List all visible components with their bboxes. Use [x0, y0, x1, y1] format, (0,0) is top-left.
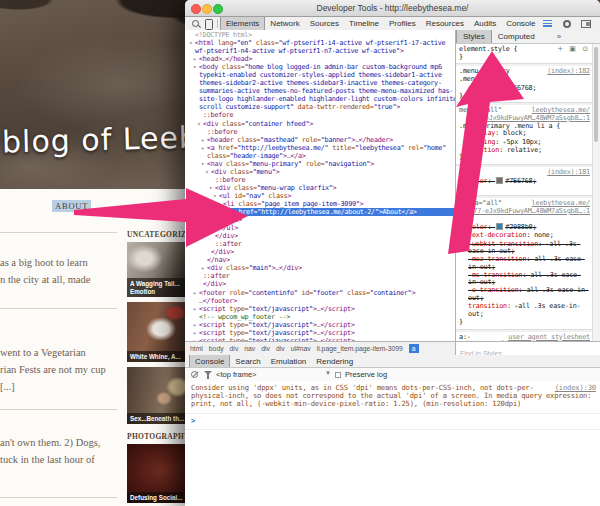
css-property[interactable]: -ms-transition: all .3s ease-in-out;: [459, 272, 590, 287]
tab-network[interactable]: Network: [265, 17, 304, 30]
dom-tree-line[interactable]: ▾<nav class="menu-primary" role="navigat…: [185, 160, 455, 168]
style-rule[interactable]: (index):182.menu-primary.menu li a {colo…: [456, 66, 593, 103]
collapse-arrow-icon[interactable]: ▾: [205, 168, 208, 176]
collapse-arrow-icon[interactable]: ▾: [201, 160, 204, 168]
device-mode-icon[interactable]: [205, 19, 213, 30]
styles-tab-styles[interactable]: Styles: [456, 30, 492, 43]
breadcrumb-item[interactable]: div: [261, 345, 270, 352]
css-property[interactable]: -webkit-transition: ▸all .3s ease-in-out…: [459, 240, 590, 256]
dom-tree-line[interactable]: </div>: [185, 280, 455, 288]
color-swatch[interactable]: [496, 223, 503, 230]
dom-tree-line[interactable]: <!DOCTYPE html>: [185, 31, 455, 39]
style-rule[interactable]: leebythesea.me/media="all"77-eJx9kdFuwyA…: [456, 198, 593, 329]
console-tab-rendering[interactable]: Rendering: [311, 355, 358, 367]
console-tab-console[interactable]: Console: [189, 355, 230, 367]
dom-tree-line[interactable]: site-logo highlander-enabled highlander-…: [185, 95, 455, 103]
expand-arrow-icon[interactable]: ▸: [193, 329, 196, 337]
tab-audits[interactable]: Audits: [469, 17, 501, 30]
color-swatch[interactable]: [496, 84, 503, 91]
dom-tree-line[interactable]: typekit-enabled customizer-styles-applie…: [185, 71, 455, 79]
breadcrumb-item[interactable]: html: [190, 345, 203, 352]
expand-arrow-icon[interactable]: ▸: [201, 144, 204, 152]
expand-arrow-icon[interactable]: ▸: [201, 264, 204, 272]
dom-tree-line[interactable]: </li>: [185, 216, 455, 224]
dom-tree-line[interactable]: summaries-active themes-no-featured-post…: [185, 87, 455, 95]
css-property[interactable]: transition: ▸all .3s ease-in-out;: [459, 302, 590, 318]
breadcrumb-item[interactable]: nav: [244, 345, 255, 352]
dom-tree-line[interactable]: ▸<script type="text/javascript">…</scrip…: [185, 329, 455, 337]
settings-gear-icon[interactable]: [563, 20, 571, 28]
expand-arrow-icon[interactable]: ▸: [193, 305, 196, 313]
color-swatch[interactable]: [496, 177, 503, 184]
dom-tree-line[interactable]: wf-ptserif1-n4-active wf-ptserif1-n7-act…: [185, 47, 455, 55]
breadcrumb-item-selected[interactable]: a: [409, 344, 419, 353]
dom-tree-line[interactable]: ::after: [185, 240, 455, 248]
breadcrumb-item[interactable]: ul#nav: [291, 345, 311, 352]
dom-tree-line[interactable]: scroll customize-support" data-twttr-ren…: [185, 103, 455, 111]
dom-tree-line[interactable]: </nav>: [185, 256, 455, 264]
dom-tree-line[interactable]: ▸<header class="masthead" role="banner">…: [185, 136, 455, 144]
sidebar-post-thumbnail[interactable]: Sex...Beneath th...: [127, 367, 189, 424]
dom-tree-line[interactable]: themes-sidebar2-active themes-sidebar3-i…: [185, 79, 455, 87]
styles-tab-computed[interactable]: Computed: [492, 30, 541, 43]
styles-tabs-overflow-icon[interactable]: »: [551, 30, 567, 43]
nav-link-about[interactable]: ABOUT: [52, 200, 91, 212]
breadcrumb-item[interactable]: div: [230, 345, 239, 352]
dom-tree-line[interactable]: ▸<head>…</head>: [185, 55, 455, 63]
console-prompt[interactable]: >: [185, 414, 600, 430]
dom-tree-selected-node[interactable]: <a href="http://leebythesea.me/about-2/"…: [185, 208, 455, 216]
sidebar-post-thumbnail[interactable]: White Whine, A...: [127, 302, 189, 362]
tab-resources[interactable]: Resources: [421, 17, 469, 30]
tab-profiles[interactable]: Profiles: [384, 17, 421, 30]
sidebar-post-thumbnail[interactable]: A Wagging Tail...Emotion: [127, 242, 189, 297]
tab-timeline[interactable]: Timeline: [344, 17, 384, 30]
css-property[interactable]: color: #7E6768;: [459, 84, 590, 93]
dom-tree-line[interactable]: ▾<html lang="en" class="wf-ptserif1-i4-a…: [185, 39, 455, 47]
dom-tree-line[interactable]: ::after: [185, 272, 455, 280]
dom-tree-line[interactable]: </div>: [185, 248, 455, 256]
css-property[interactable]: color: #7E6768;: [459, 177, 590, 186]
dock-side-icon[interactable]: [581, 20, 591, 28]
sidebar-post-thumbnail[interactable]: Defusing Social...: [127, 444, 189, 503]
dom-tree-line[interactable]: <!-- wpcom_wp_footer -->: [185, 313, 455, 321]
dom-tree-line[interactable]: ▾<div class="menu">: [185, 168, 455, 176]
console-source-link[interactable]: (index):30: [555, 384, 596, 392]
collapse-arrow-icon[interactable]: ▾: [209, 184, 212, 192]
breadcrumb-item[interactable]: body: [209, 345, 224, 352]
tab-console[interactable]: Console: [501, 17, 540, 30]
dom-tree-line[interactable]: ▸<a href="http://leebythesea.me/" title=…: [185, 144, 455, 152]
collapse-arrow-icon[interactable]: ▾: [217, 200, 220, 208]
dom-tree-line[interactable]: ▸<script type="text/javascript">…</scrip…: [185, 321, 455, 329]
breadcrumb-item[interactable]: li.page_item.page-item-3099: [317, 345, 403, 352]
expand-arrow-icon[interactable]: ▸: [193, 289, 196, 297]
collapse-arrow-icon[interactable]: ▾: [193, 63, 196, 71]
expand-arrow-icon[interactable]: ▸: [201, 136, 204, 144]
stylesheet-link[interactable]: 77-eJx9kdFuwyAM…48WM7aSsgb8…:1: [459, 208, 590, 216]
console-tab-emulation[interactable]: Emulation: [266, 355, 312, 367]
collapse-arrow-icon[interactable]: ▾: [213, 192, 216, 200]
dom-tree-line[interactable]: ▸<div class="main">…</div>: [185, 264, 455, 272]
minimize-window-button[interactable]: [202, 4, 212, 14]
filter-icon[interactable]: [204, 371, 212, 375]
styles-pane-icons[interactable]: + ▣ ⊙: [557, 46, 590, 54]
dom-tree-line[interactable]: ▾<div class="menu-wrap clearfix">: [185, 184, 455, 192]
element-style-block[interactable]: + ▣ ⊙ element.style { }: [456, 44, 593, 64]
breadcrumb-item[interactable]: div: [276, 345, 285, 352]
dom-tree-line[interactable]: ▾<li class="page_item page-item-3099">: [185, 200, 455, 208]
css-property[interactable]: text-decoration: none;: [459, 232, 590, 240]
rule-source-link[interactable]: (index):182: [547, 68, 590, 76]
dom-tree-line[interactable]: </ul>: [185, 224, 455, 232]
css-property[interactable]: display: block;: [459, 130, 590, 138]
close-window-button[interactable]: [191, 4, 201, 14]
dom-tree-line[interactable]: ▾<body class="home blog logged-in admin-…: [185, 63, 455, 71]
frame-selector[interactable]: <top frame>: [216, 370, 256, 379]
dom-tree-line[interactable]: ▸<script type="text/javascript">…</scrip…: [185, 305, 455, 313]
css-property[interactable]: position: relative;: [459, 147, 590, 155]
dom-tree-line[interactable]: ::before: [185, 176, 455, 184]
rule-source-link[interactable]: (index):181: [547, 169, 590, 177]
dom-tree-line[interactable]: class="header-image">…</a>: [185, 152, 455, 160]
dom-tree-line[interactable]: ▸<footer role="contentinfo" id="footer" …: [185, 289, 455, 297]
console-tab-search[interactable]: Search: [230, 355, 265, 367]
css-property[interactable]: -moz-transition: all .3s ease-in-out;: [459, 256, 590, 271]
collapse-arrow-icon[interactable]: ▾: [197, 120, 200, 128]
